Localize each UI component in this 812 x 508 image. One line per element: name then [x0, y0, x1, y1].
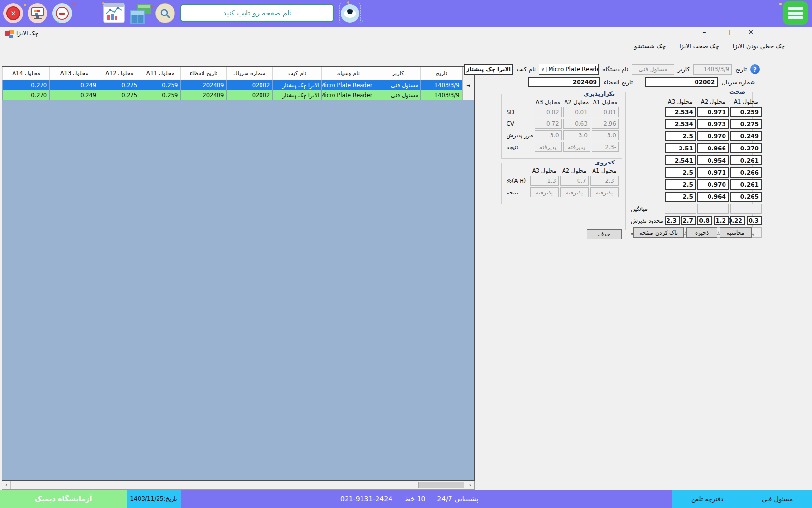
cell-a11[interactable]: 0.259	[140, 90, 181, 100]
a-h-percent-field: 2.3-	[590, 176, 619, 186]
cell-date[interactable]: 1403/3/9	[421, 80, 462, 90]
horizontal-scrollbar[interactable]: ‹ ›	[2, 481, 475, 490]
cell-user[interactable]: مسئول فنی	[375, 80, 421, 90]
search-page-button[interactable]	[155, 3, 175, 23]
cell-a13[interactable]: 0.249	[50, 80, 99, 90]
col-header-serial[interactable]: شماره سریال	[227, 67, 273, 80]
col-header-user[interactable]: کاربر	[375, 67, 421, 80]
col-header-a14[interactable]: محلول A14	[3, 67, 50, 80]
reading-input[interactable]: 0.971	[697, 167, 729, 178]
reading-input[interactable]: 2.534	[665, 119, 696, 129]
expiry-label: تاریخ انقضاء	[604, 79, 633, 86]
page-name-input[interactable]	[180, 4, 334, 22]
kit-field[interactable]: الایزا چک پیشتاز	[464, 64, 513, 75]
col-header-expiry[interactable]: تاریخ انقظاء	[181, 67, 227, 80]
table-row[interactable]: ◄ 1403/3/9 مسئول فنی Micro Plate Reader …	[3, 80, 475, 90]
cell-device[interactable]: Micro Plate Reader	[322, 80, 375, 90]
device-select[interactable]: Micro Plate Reader ∨	[539, 64, 599, 75]
reading-input[interactable]: 0.261	[730, 155, 762, 165]
minimize-window-button[interactable]: –	[700, 28, 709, 36]
limit-input[interactable]: 2.7	[681, 216, 696, 225]
cell-kit[interactable]: الایزا چک پیشتاز	[273, 80, 322, 90]
cv-field: 0.72	[535, 119, 562, 129]
reading-input[interactable]: 0.966	[697, 143, 729, 153]
reading-input[interactable]: 0.971	[697, 107, 729, 117]
reading-input[interactable]: 0.954	[697, 155, 729, 165]
monitor-button[interactable]	[28, 3, 47, 23]
col-header-date[interactable]: تاریخ	[421, 67, 462, 80]
reading-input[interactable]: 2.51	[665, 143, 696, 153]
col-header-a12[interactable]: محلول A12	[99, 67, 140, 80]
help-icon[interactable]: ?	[750, 64, 760, 74]
col-header-a2: محلول A2	[563, 99, 590, 105]
hamburger-menu-button[interactable]	[783, 1, 808, 25]
maximize-window-button[interactable]: □	[723, 28, 732, 36]
reading-input[interactable]: 2.5	[665, 167, 696, 178]
cell-expiry[interactable]: 202409	[181, 80, 227, 90]
chart-report-button[interactable]	[103, 3, 126, 26]
search-icon	[160, 8, 171, 19]
reading-input[interactable]: 0.275	[730, 119, 762, 129]
cell-a12[interactable]: 0.275	[99, 80, 140, 90]
cell-serial[interactable]: 02002	[227, 90, 273, 100]
cell-expiry[interactable]: 202409	[181, 90, 227, 100]
cell-a14[interactable]: 0.270	[3, 80, 50, 90]
support-lines-label: 10 خط	[404, 495, 425, 503]
cell-device[interactable]: Micro Plate Reader	[322, 90, 375, 100]
expiry-field[interactable]: 202409	[528, 77, 600, 87]
reading-input[interactable]: 0.259	[730, 107, 762, 117]
reading-input[interactable]: 0.970	[697, 131, 729, 141]
limit-input[interactable]: 0.3	[747, 216, 762, 225]
reading-input[interactable]: 0.261	[730, 179, 762, 190]
reading-input[interactable]: 0.964	[697, 192, 729, 202]
scroll-left-arrow-icon[interactable]: ‹	[2, 481, 11, 489]
minimize-app-button[interactable]	[52, 3, 72, 23]
close-window-button[interactable]: ×	[746, 28, 755, 36]
limit-input[interactable]: 1.2	[714, 216, 729, 225]
reading-input[interactable]: 0.265	[730, 192, 762, 202]
reading-input[interactable]: 0.249	[730, 131, 762, 141]
cell-serial[interactable]: 02002	[227, 80, 273, 90]
acceptance-limit-row: 3.0 3.0 3.0 مرز پذیرش	[505, 130, 619, 140]
layout-windows-button[interactable]	[129, 3, 152, 27]
reading-input[interactable]: 0.266	[730, 167, 762, 178]
save-button[interactable]: ذخیره	[686, 227, 717, 238]
tab-elisa-linearity-check[interactable]: چک خطی بودن الایزا	[733, 43, 785, 50]
tab-wash-check[interactable]: چک شستشو	[634, 43, 666, 50]
cell-a13[interactable]: 0.249	[50, 90, 99, 100]
serial-field[interactable]: 02002	[645, 77, 718, 87]
cell-a11[interactable]: 0.259	[140, 80, 181, 90]
cell-a12[interactable]: 0.275	[99, 90, 140, 100]
reading-input[interactable]: 2.5	[665, 179, 696, 190]
limit-input[interactable]: 2.3	[665, 216, 680, 225]
col-header-a11[interactable]: محلول A11	[140, 67, 181, 80]
cell-kit[interactable]: الایزا چک پیشتاز	[273, 90, 322, 100]
clear-page-button[interactable]: پاک کردن صفحه	[633, 227, 684, 238]
limit-input[interactable]: 0.22	[730, 216, 745, 225]
table-row[interactable]: 1403/3/9 مسئول فنی Micro Plate Reader ال…	[3, 90, 475, 100]
scrollbar-thumb[interactable]	[418, 482, 464, 488]
col-header-a13[interactable]: محلول A13	[50, 67, 99, 80]
cell-user[interactable]: مسئول فنی	[375, 90, 421, 100]
tab-elisa-accuracy-check[interactable]: چک صحت الایزا	[679, 43, 719, 50]
reading-input[interactable]: 2.5	[665, 131, 696, 141]
eye-toggle-button[interactable]	[339, 3, 361, 24]
col-header-kit[interactable]: نام کیت	[273, 67, 322, 80]
cell-a14[interactable]: 0.270	[3, 90, 50, 100]
menu-line	[788, 7, 803, 10]
calculate-button[interactable]: محاسبه	[720, 227, 752, 238]
cell-date[interactable]: 1403/3/9	[421, 90, 462, 100]
phonebook-button[interactable]: دفترچه تلفن	[691, 495, 724, 503]
close-app-button[interactable]: ✕	[3, 3, 23, 23]
col-header-device[interactable]: نام وسیله	[322, 67, 375, 80]
scroll-right-arrow-icon[interactable]: ›	[466, 481, 474, 489]
reading-input[interactable]: 0.970	[697, 179, 729, 190]
reading-input[interactable]: 2.534	[665, 107, 696, 117]
reading-input[interactable]: 0.973	[697, 119, 729, 129]
reading-input[interactable]: 2.5	[665, 192, 696, 202]
limit-input[interactable]: 0.8	[697, 216, 712, 225]
reading-input[interactable]: 0.270	[730, 143, 762, 153]
delete-button[interactable]: حذف	[587, 229, 622, 239]
reading-input[interactable]: 2.541	[665, 155, 696, 165]
chevron-down-icon[interactable]: ∨	[539, 67, 547, 72]
